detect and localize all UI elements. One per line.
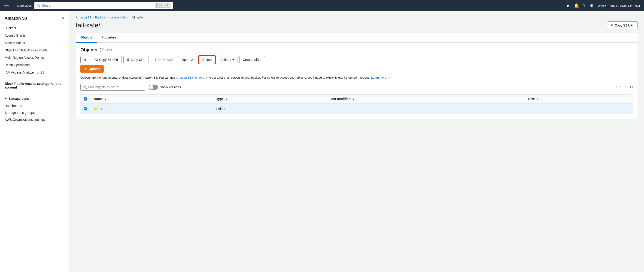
open-button[interactable]: Open ↗ (178, 56, 197, 63)
sidebar-item-access-grants[interactable]: Access Grants (0, 32, 69, 39)
breadcrumb-amazon-s3[interactable]: Amazon S3 (76, 16, 91, 19)
learn-more-link[interactable]: Learn more ↗ (371, 76, 390, 79)
copy-url-icon: ⧉ (127, 58, 129, 62)
download-button[interactable]: ⬇ Download (150, 56, 176, 63)
actions-button[interactable]: Actions ▾ (217, 56, 238, 63)
search-input[interactable] (42, 4, 154, 7)
sidebar-item-lens-groups[interactable]: Storage Lens groups (0, 109, 69, 116)
upload-button[interactable]: ⬆ Upload (80, 65, 104, 73)
copy-url-button[interactable]: ⧉ Copy URL (123, 56, 149, 63)
prefix-search-icon: 🔍 (83, 85, 87, 89)
sidebar-item-object-lambda[interactable]: Object Lambda Access Points (0, 47, 69, 54)
search-shortcut: [Option+S] (155, 3, 171, 7)
table-body: 📁 1/ Folder - - (80, 104, 633, 114)
upload-label: Upload (89, 67, 100, 71)
row-last-modified-cell: - (326, 104, 525, 114)
pagination: ‹ 1 › ⚙ (614, 85, 633, 90)
tab-properties[interactable]: Properties (97, 33, 121, 43)
breadcrumb: Amazon S3 › Buckets › databend-doc › fai… (76, 16, 638, 19)
nav-right: ▶ 🔔 ? ⚙ Ohio ▾ eric @ 9528-5344-921 (566, 3, 640, 8)
actions-label: Actions (220, 58, 231, 62)
sidebar-item-iam-analyzer[interactable]: IAM Access Analyzer for S3 (0, 69, 69, 76)
create-folder-button[interactable]: Create folder (239, 56, 265, 63)
region-selector[interactable]: Ohio ▾ (598, 4, 606, 7)
global-search-bar[interactable]: 🔍 [Option+S] (34, 2, 173, 9)
aws-logo[interactable]: aws (4, 2, 13, 9)
sidebar-item-dashboards[interactable]: Dashboards (0, 102, 69, 109)
sidebar-item-access-points[interactable]: Access Points (0, 39, 69, 47)
sidebar-block-public[interactable]: Block Public Access settings for this ac… (0, 78, 69, 91)
objects-panel: Objects (1) Info ↺ ⧉ Copy S3 URI ⧉ Co (76, 43, 638, 119)
tab-objects[interactable]: Objects (76, 33, 97, 43)
search-filter-row: 🔍 Show versions ‹ 1 › ⚙ (80, 84, 633, 91)
objects-header: Objects (1) Info (80, 47, 633, 53)
settings-icon[interactable]: ⚙ (590, 3, 594, 8)
page-title: fail-safe/ (76, 22, 100, 29)
breadcrumb-databend-doc[interactable]: databend-doc (110, 16, 128, 19)
row-checkbox[interactable] (84, 107, 87, 110)
copy-s3-uri-button[interactable]: ⧉ Copy S3 URI (607, 21, 638, 29)
sort-desc-icon-type: ▼ (226, 98, 228, 101)
delete-label: Delete (202, 58, 212, 62)
sidebar-title: Amazon S3 (4, 16, 27, 21)
help-icon[interactable]: ? (583, 3, 586, 8)
folder-icon: 📁 (94, 107, 98, 111)
create-folder-label: Create folder (243, 58, 262, 62)
refresh-button[interactable]: ↺ (80, 56, 90, 63)
copy-s3-icon: ⧉ (96, 58, 98, 62)
toggle-knob (149, 85, 154, 89)
services-label: Services (20, 4, 32, 7)
amazon-s3-inventory-label: Amazon S3 inventory (176, 76, 204, 79)
terminal-icon[interactable]: ▶ (566, 3, 570, 8)
prefix-search-container[interactable]: 🔍 (80, 84, 145, 91)
sidebar-item-aws-org-settings[interactable]: AWS Organizations settings (0, 116, 69, 123)
row-checkbox-cell (80, 104, 90, 114)
header-checkbox-cell (80, 94, 90, 104)
header-last-modified[interactable]: Last modified ▼ (326, 94, 525, 104)
breadcrumb-current: fail-safe/ (132, 16, 143, 19)
tabs-container: Objects Properties Objects (1) Info ↺ ⧉ (76, 33, 638, 119)
prefix-search-input[interactable] (88, 85, 142, 89)
sidebar-item-multi-region[interactable]: Multi-Region Access Points (0, 54, 69, 61)
copy-icon: ⧉ (611, 23, 613, 27)
breadcrumb-sep-1: › (93, 16, 94, 19)
upload-icon: ⬆ (84, 67, 87, 71)
objects-table: Name ▲ Type ▼ Last modified ▼ (80, 94, 633, 114)
info-text-part1: Objects are the fundamental entities sto… (80, 76, 175, 79)
svg-text:aws: aws (4, 4, 10, 7)
copy-s3-uri-toolbar-button[interactable]: ⧉ Copy S3 URI (92, 56, 122, 63)
sidebar-item-batch-operations[interactable]: Batch Operations (0, 61, 69, 69)
storage-lens-nav: Dashboards Storage Lens groups AWS Organ… (0, 102, 69, 123)
header-name-label: Name (94, 97, 102, 101)
select-all-checkbox[interactable] (84, 97, 87, 101)
next-page-button[interactable]: › (624, 85, 628, 90)
folder-link[interactable]: 1/ (101, 107, 104, 111)
delete-button[interactable]: Delete (199, 56, 215, 63)
chevron-down-icon: ▼ (4, 97, 7, 100)
user-menu[interactable]: eric @ 9528-5344-921 (610, 4, 640, 7)
header-type-label: Type (216, 97, 224, 101)
sort-desc-icon-size: ▼ (536, 98, 539, 101)
refresh-icon: ↺ (84, 58, 86, 62)
sidebar-close-button[interactable]: ✕ (61, 16, 64, 21)
sidebar-storage-lens-section[interactable]: ▼ Storage Lens (0, 93, 69, 102)
header-size-label: Size (528, 97, 535, 101)
bell-icon[interactable]: 🔔 (574, 3, 579, 8)
sidebar: Amazon S3 ✕ Buckets Access Grants Access… (0, 11, 69, 272)
amazon-s3-inventory-link[interactable]: Amazon S3 inventory ↗ (176, 76, 208, 79)
row-type-cell: Folder (213, 104, 326, 114)
download-icon: ⬇ (154, 58, 157, 62)
storage-lens-label: Storage Lens (8, 97, 29, 101)
prev-page-button[interactable]: ‹ (614, 85, 618, 90)
services-menu[interactable]: ⊞ Services (17, 4, 32, 7)
breadcrumb-buckets[interactable]: Buckets (95, 16, 106, 19)
show-versions-toggle[interactable] (149, 85, 158, 90)
page-header: fail-safe/ ⧉ Copy S3 URI (76, 21, 638, 29)
sidebar-item-buckets[interactable]: Buckets (0, 24, 69, 32)
table-settings-button[interactable]: ⚙ (630, 85, 633, 89)
page-number: 1 (620, 85, 622, 89)
info-link[interactable]: Info (107, 48, 112, 52)
header-type[interactable]: Type ▼ (213, 94, 326, 104)
header-name[interactable]: Name ▲ (90, 94, 213, 104)
header-size[interactable]: Size ▼ (525, 94, 633, 104)
